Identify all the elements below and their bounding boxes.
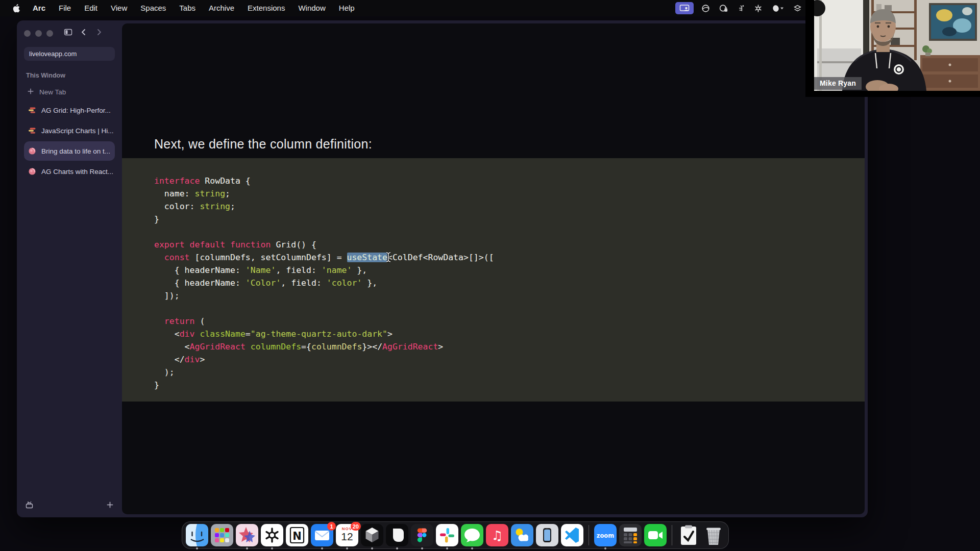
code-line: { headerName: 'Name', field: 'name' }, [154, 264, 865, 277]
url-bar[interactable]: liveloveapp.com [24, 47, 115, 61]
running-indicator-dot [321, 547, 323, 549]
code-line: { headerName: 'Color', field: 'color' }, [154, 277, 865, 289]
sidebar-tab-3[interactable]: Bring data to life on t... [24, 141, 115, 161]
code-block[interactable]: interface RowData { name: string; color:… [122, 158, 865, 402]
tab-label: AG Grid: High-Perfor... [41, 107, 111, 114]
minimize-window-button[interactable] [35, 30, 42, 37]
sidebar-tab-1[interactable]: AG Grid: High-Perfor... [24, 101, 115, 120]
menu-item-tabs[interactable]: Tabs [173, 4, 202, 12]
dock-messages[interactable] [461, 524, 483, 546]
webcam-overlay[interactable]: Mike Ryan [805, 0, 980, 97]
library-archive-icon[interactable] [25, 500, 34, 511]
tab-label: JavaScript Charts | Hi... [41, 127, 114, 135]
menu-item-view[interactable]: View [104, 4, 134, 12]
code-line: color: string; [154, 200, 865, 213]
status-screen-sharing-icon[interactable] [675, 2, 694, 14]
running-indicator-dot [421, 547, 423, 549]
menu-item-spaces[interactable]: Spaces [134, 4, 173, 12]
notification-badge: 1 [327, 522, 336, 531]
dock-3d-cube-app[interactable] [361, 524, 383, 546]
code-line: interface RowData { [154, 174, 865, 187]
dock-launchpad[interactable] [211, 524, 233, 546]
participant-name-label: Mike Ryan [814, 77, 862, 90]
zoom-window-button[interactable] [46, 30, 53, 37]
dock-facetime[interactable] [644, 524, 667, 546]
dock-weather[interactable] [511, 524, 533, 546]
dock-separator [672, 525, 672, 545]
running-indicator-dot [246, 547, 248, 549]
dock-chatgpt[interactable] [261, 524, 283, 546]
tab-label: Bring data to life on t... [41, 147, 110, 155]
dock-figma[interactable] [411, 524, 433, 546]
code-line: const [columnDefs, setColumnDefs] = useS… [154, 251, 865, 264]
menu-item-file[interactable]: File [52, 4, 78, 12]
code-line: ]); [154, 289, 865, 302]
dresser [920, 55, 980, 91]
code-line [154, 302, 865, 315]
new-tab-button[interactable]: New Tab [24, 84, 115, 99]
running-indicator-dot [346, 547, 348, 549]
status-layers-app-icon[interactable] [789, 0, 806, 16]
apple-menu-icon[interactable] [7, 4, 26, 13]
running-indicator-dot [471, 547, 473, 549]
dock-vscode[interactable] [561, 524, 583, 546]
status-privacy-lock-icon[interactable] [715, 0, 732, 16]
svg-text:♫: ♫ [492, 528, 503, 543]
painting [929, 3, 977, 41]
dock-trash[interactable] [702, 524, 725, 546]
new-space-plus-icon[interactable] [106, 501, 114, 511]
dock-iphone-mirroring[interactable] [536, 524, 558, 546]
menu-item-archive[interactable]: Archive [202, 4, 241, 12]
code-line: <AgGridReact columnDefs={columnDefs}></A… [154, 340, 865, 353]
running-indicator-dot [396, 547, 398, 549]
sidebar-tab-4[interactable]: AG Charts with React... [24, 162, 115, 181]
code-line: ); [154, 366, 865, 379]
sidebar-tab-2[interactable]: JavaScript Charts | Hi... [24, 121, 115, 140]
dock: N1NOV1220♫zoom [182, 521, 729, 549]
dock-slack[interactable] [436, 524, 458, 546]
browser-sidebar: liveloveapp.com This Window New Tab AG G… [17, 20, 122, 517]
menu-item-extensions[interactable]: Extensions [241, 4, 291, 12]
section-label: This Window [24, 72, 115, 79]
selected-text: useState [347, 253, 387, 262]
status-assistant-blob-icon[interactable] [767, 0, 789, 16]
back-button[interactable] [80, 28, 88, 38]
running-indicator-dot [446, 547, 448, 549]
code-line: } [154, 213, 865, 226]
pink-dot-favicon [28, 167, 36, 176]
dock-calculator[interactable] [619, 524, 642, 546]
ag-grid-favicon [28, 127, 36, 135]
close-window-button[interactable] [24, 30, 31, 37]
dock-finder[interactable] [186, 524, 208, 546]
calendar-day: 12 [341, 531, 353, 542]
dock-creative-app[interactable] [236, 524, 258, 546]
menu-item-window[interactable]: Window [291, 4, 332, 12]
menu-item-help[interactable]: Help [332, 4, 361, 12]
code-line: </div> [154, 353, 865, 366]
dock-mail[interactable]: 1 [311, 524, 333, 546]
notification-badge: 20 [351, 522, 361, 531]
dock-dark-notes-app[interactable] [386, 524, 408, 546]
menu-item-arc[interactable]: Arc [26, 0, 52, 16]
dock-calendar[interactable]: NOV1220 [336, 524, 358, 546]
status-openai-chatgpt-icon[interactable] [749, 0, 767, 16]
dock-checklist[interactable] [677, 524, 700, 546]
svg-text:N: N [292, 530, 302, 542]
code-line: return ( [154, 315, 865, 328]
dock-notion[interactable]: N [286, 524, 308, 546]
dock-zoom[interactable]: zoom [594, 524, 617, 546]
pink-dot-favicon [28, 147, 36, 155]
status-pen-tool-app-icon[interactable] [732, 0, 749, 16]
url-text: liveloveapp.com [29, 50, 77, 58]
dock-music[interactable]: ♫ [486, 524, 508, 546]
menu-item-edit[interactable]: Edit [78, 4, 104, 12]
forward-button[interactable] [95, 28, 103, 38]
running-indicator-dot [271, 547, 273, 549]
dock-separator [589, 525, 589, 545]
code-line: } [154, 379, 865, 391]
code-line [154, 226, 865, 238]
toggle-sidebar-icon[interactable] [64, 28, 72, 38]
code-line: export default function Grid() { [154, 238, 865, 251]
page-heading: Next, we define the column definition: [154, 137, 372, 152]
status-swirl-app-icon[interactable] [697, 0, 715, 16]
